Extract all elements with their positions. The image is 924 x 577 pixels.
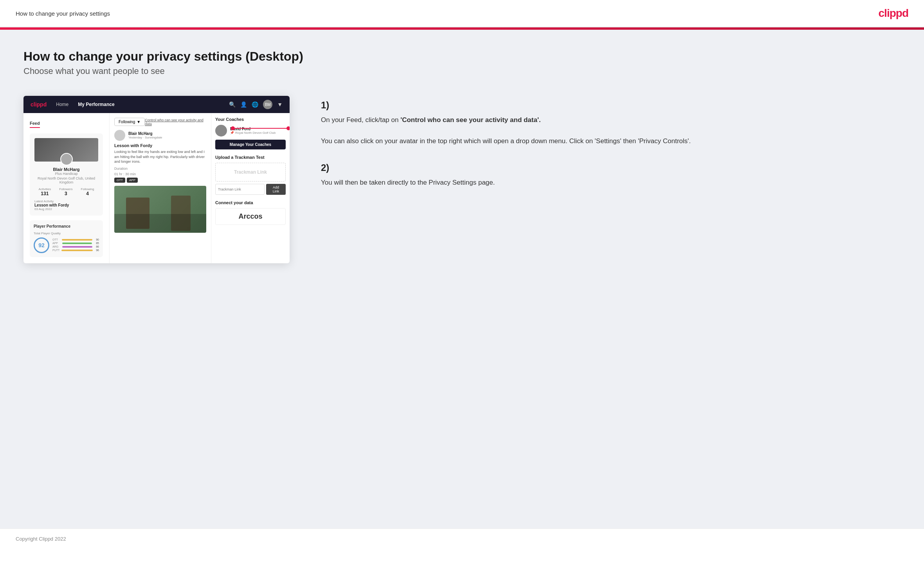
metric-app: APP 85 — [52, 242, 99, 244]
metric-ott-bar — [62, 239, 92, 241]
metric-putt-label: PUTT — [52, 249, 60, 252]
user-avatar[interactable]: BM — [263, 100, 272, 109]
quality-label: Total Player Quality — [34, 232, 99, 235]
main-subheading: Choose what you want people to see — [23, 66, 901, 76]
manage-coaches-button[interactable]: Manage Your Coaches — [215, 140, 286, 149]
annotation-dot-left — [231, 126, 235, 130]
connect-title: Connect your data — [215, 200, 286, 205]
metric-app-bar — [62, 243, 92, 244]
globe-icon[interactable]: 🌐 — [252, 101, 258, 108]
chevron-down-icon[interactable]: ▼ — [277, 101, 283, 108]
stat-activities: Activities 131 — [39, 187, 51, 196]
post-description: Looking to feel like my hands are exitin… — [114, 149, 206, 164]
app-sidebar: Feed Blair McHarg Plus Handicap Royal No… — [23, 113, 110, 263]
stat-activities-value: 131 — [39, 191, 51, 196]
instruction-1-number: 1) — [321, 100, 901, 111]
metric-putt: PUTT 96 — [52, 249, 99, 252]
post-image-overlay — [114, 214, 206, 233]
trackman-input[interactable] — [215, 184, 265, 195]
post-header: Blair McHarg Yesterday · Sunningdale — [114, 130, 206, 141]
trackman-title: Upload a Trackman Test — [215, 155, 286, 160]
instructions-panel: 1) On your Feed, click/tap on 'Control w… — [313, 96, 901, 203]
clippd-logo: clippd — [879, 7, 908, 20]
annotation-dot-right — [286, 126, 290, 130]
circle-score: 92 — [34, 237, 49, 253]
metric-app-val: 85 — [94, 242, 99, 244]
app-nav: clippd Home My Performance 🔍 👤 🌐 BM ▼ — [23, 96, 290, 113]
latest-activity-name: Lesson with Fordy — [34, 203, 98, 207]
control-privacy-link[interactable]: Control who can see your activity and da… — [145, 118, 206, 126]
coaches-section: Your Coaches David Ford 📌 Royal North De… — [215, 117, 286, 149]
stat-following-label: Following — [81, 187, 94, 191]
stat-followers-value: 3 — [59, 191, 72, 196]
app-logo: clippd — [31, 101, 47, 108]
feed-post: Blair McHarg Yesterday · Sunningdale Les… — [114, 130, 206, 233]
profile-banner — [34, 138, 98, 162]
stat-following: Following 4 — [81, 187, 94, 196]
app-screenshot: clippd Home My Performance 🔍 👤 🌐 BM ▼ Fe… — [23, 96, 290, 263]
nav-my-performance[interactable]: My Performance — [78, 102, 114, 107]
copyright-text: Copyright Clippd 2022 — [16, 536, 66, 542]
chevron-icon: ▼ — [137, 120, 140, 124]
user-icon[interactable]: 👤 — [240, 101, 247, 108]
metric-ott-val: 90 — [94, 238, 99, 241]
search-icon[interactable]: 🔍 — [229, 101, 236, 108]
coaches-title: Your Coaches — [215, 117, 286, 122]
following-button[interactable]: Following ▼ — [114, 118, 145, 126]
latest-activity-date: 03 Aug 2022 — [34, 207, 98, 211]
nav-home[interactable]: Home — [56, 102, 68, 107]
profile-name: Blair McHarg — [34, 167, 98, 172]
app-body: Feed Blair McHarg Plus Handicap Royal No… — [23, 113, 290, 263]
two-col-layout: clippd Home My Performance 🔍 👤 🌐 BM ▼ Fe… — [23, 96, 901, 263]
stats-row: Activities 131 Followers 3 Following 4 — [34, 187, 98, 196]
annotation-line — [231, 128, 290, 129]
latest-activity-label: Latest Activity — [34, 200, 98, 203]
player-performance: Player Performance Total Player Quality … — [30, 220, 103, 257]
page-title: How to change your privacy settings — [16, 10, 110, 17]
trackman-section: Upload a Trackman Test Trackman Link Add… — [215, 155, 286, 195]
metric-putt-bar — [61, 250, 92, 251]
stat-followers: Followers 3 — [59, 187, 72, 196]
metric-app-label: APP — [52, 242, 61, 244]
instruction-2-text: You will then be taken directly to the P… — [321, 177, 901, 188]
post-duration-label: Duration — [114, 167, 206, 171]
trackman-input-row: Add Link — [215, 184, 286, 195]
metric-putt-val: 96 — [94, 249, 99, 252]
add-link-button[interactable]: Add Link — [266, 184, 286, 195]
following-row: Following ▼ Control who can see your act… — [114, 118, 206, 126]
arccos-logo: Arccos — [215, 208, 286, 225]
profile-club: Royal North Devon Golf Club, United King… — [34, 176, 98, 184]
location-icon: 📌 — [230, 131, 234, 135]
coach-club: 📌 Royal North Devon Golf Club — [230, 131, 276, 135]
stat-followers-label: Followers — [59, 187, 72, 191]
post-title: Lesson with Fordy — [114, 143, 206, 148]
instruction-1-text: On your Feed, click/tap on 'Control who … — [321, 115, 901, 147]
instruction-2-number: 2) — [321, 162, 901, 173]
post-duration-value: 01 hr : 30 min — [114, 172, 206, 176]
main-content: How to change your privacy settings (Des… — [0, 30, 924, 528]
tag-ott: OTT — [114, 178, 125, 183]
metric-arg: ARG 86 — [52, 245, 99, 248]
connect-section: Connect your data Arccos — [215, 200, 286, 225]
app-feed: Following ▼ Control who can see your act… — [110, 113, 211, 263]
app-right-panel: Your Coaches David Ford 📌 Royal North De… — [211, 113, 290, 263]
post-image — [114, 186, 206, 233]
instruction-1: 1) On your Feed, click/tap on 'Control w… — [321, 100, 901, 147]
stat-activities-label: Activities — [39, 187, 51, 191]
post-avatar — [114, 130, 125, 141]
metric-ott-label: OTT — [52, 238, 60, 241]
coach-name: David Ford — [230, 127, 276, 131]
metric-arg-label: ARG — [52, 245, 61, 248]
nav-icons: 🔍 👤 🌐 BM ▼ — [229, 100, 283, 109]
top-bar: How to change your privacy settings clip… — [0, 0, 924, 27]
metrics: OTT 90 APP 85 ARG — [52, 238, 99, 252]
trackman-placeholder: Trackman Link — [215, 163, 286, 182]
profile-card: Blair McHarg Plus Handicap Royal North D… — [30, 133, 103, 216]
latest-activity: Latest Activity Lesson with Fordy 03 Aug… — [34, 200, 98, 211]
feed-tab[interactable]: Feed — [30, 119, 40, 128]
metric-arg-val: 86 — [94, 245, 99, 248]
perf-title: Player Performance — [34, 224, 99, 228]
quality-row: 92 OTT 90 APP 85 — [34, 237, 99, 253]
coach-avatar — [215, 125, 227, 137]
coach-row: David Ford 📌 Royal North Devon Golf Club — [215, 125, 286, 137]
